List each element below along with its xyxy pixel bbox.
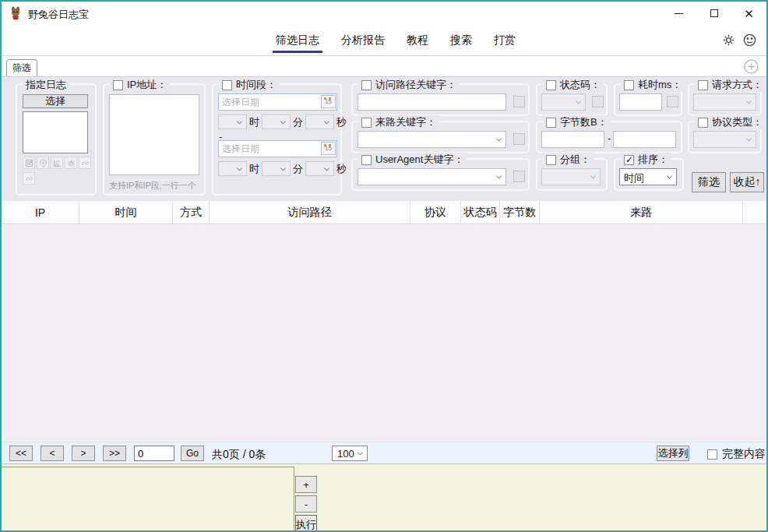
add-tab-icon[interactable] <box>743 58 759 75</box>
end-second-select[interactable] <box>305 161 334 176</box>
maximize-icon <box>710 9 718 17</box>
log-spider-icon[interactable] <box>65 157 77 169</box>
nav-tab-filter-logs[interactable]: 筛选日志 <box>276 25 319 55</box>
end-hour-select[interactable] <box>218 161 247 176</box>
log-form-icon[interactable] <box>23 157 35 169</box>
useragent-keyword-combo[interactable] <box>358 168 506 185</box>
last-page-button[interactable]: >> <box>103 446 126 461</box>
referer-keyword-label: 来路关键字： <box>375 115 436 129</box>
table-header: IP 时间 方式 访问路径 协议 状态码 字节数 来路 <box>2 201 766 224</box>
referer-keyword-checkbox[interactable] <box>361 118 372 128</box>
next-page-button[interactable]: > <box>72 446 95 461</box>
table-column-header[interactable]: 来路 <box>540 201 743 224</box>
prev-page-button[interactable]: < <box>41 446 64 461</box>
status-code-combo[interactable] <box>541 93 586 111</box>
collapse-button[interactable]: 收起↑ <box>730 172 764 192</box>
status-code-label: 状态码： <box>560 78 601 92</box>
console-plus-button[interactable]: + <box>295 476 317 493</box>
minimize-button[interactable] <box>661 2 696 25</box>
table-column-header[interactable]: 协议 <box>410 201 461 224</box>
console-execute-button[interactable]: 执行 <box>295 515 317 532</box>
table-body[interactable] <box>2 225 766 442</box>
log-link-icon[interactable] <box>79 157 91 169</box>
console-minus-button[interactable]: - <box>295 495 317 513</box>
log-list-box[interactable] <box>23 111 88 153</box>
end-calendar-icon[interactable]: 15 <box>321 142 336 155</box>
log-shield-plus-icon[interactable] <box>37 157 49 169</box>
useragent-keyword-option-button[interactable] <box>513 171 525 182</box>
grouping-combo[interactable] <box>541 168 601 185</box>
filter-tab[interactable]: 筛选 <box>6 59 37 77</box>
page-summary: 共0页 / 0条 <box>212 448 266 462</box>
grouping-checkbox[interactable] <box>546 155 556 165</box>
bytes-min-input[interactable] <box>541 131 604 148</box>
group-time-range: 时间段： 15 时 分 秒 - 15 时 分 <box>212 83 342 196</box>
app-window: 野兔谷日志宝 ✕ 筛选日志 分析报告 教程 搜索 打赏 筛选 <box>0 0 768 532</box>
page-size-select[interactable]: 100 <box>332 446 368 461</box>
elapsed-ms-option-button[interactable] <box>667 96 678 107</box>
status-code-checkbox[interactable] <box>546 80 556 90</box>
request-method-checkbox[interactable] <box>698 80 708 90</box>
nav-tab-analysis-report[interactable]: 分析报告 <box>341 25 385 55</box>
useragent-keyword-checkbox[interactable] <box>361 155 372 165</box>
table-column-header[interactable]: 字节数 <box>500 201 540 224</box>
log-chart-icon[interactable] <box>51 157 63 169</box>
elapsed-ms-checkbox[interactable] <box>624 80 634 90</box>
bytes-range-separator: - <box>608 132 611 144</box>
request-method-combo[interactable] <box>693 93 756 111</box>
log-link2-icon[interactable] <box>23 172 35 185</box>
start-date-input[interactable] <box>218 93 337 111</box>
status-code-option-button[interactable] <box>592 96 604 107</box>
close-button[interactable]: ✕ <box>731 2 766 25</box>
referer-keyword-option-button[interactable] <box>513 133 525 145</box>
table-column-header[interactable]: 访问路径 <box>210 201 410 224</box>
sort-combo[interactable]: 时间 <box>619 168 677 185</box>
maximize-button[interactable] <box>696 2 731 25</box>
page-number-input[interactable] <box>134 446 174 461</box>
select-columns-button[interactable]: 选择列 <box>657 446 689 461</box>
group-elapsed-ms: 耗时ms： <box>614 83 682 116</box>
path-keyword-input[interactable] <box>358 93 506 111</box>
path-keyword-option-button[interactable] <box>513 96 525 107</box>
nav-tab-search[interactable]: 搜索 <box>450 25 472 55</box>
protocol-type-checkbox[interactable] <box>698 118 708 128</box>
start-minute-select[interactable] <box>262 115 291 129</box>
end-date-input[interactable] <box>218 140 337 157</box>
full-content-checkbox[interactable] <box>707 449 717 460</box>
time-range-checkbox[interactable] <box>222 80 232 90</box>
filter-tab-strip: 筛选 <box>2 57 766 76</box>
sort-combo-value: 时间 <box>624 171 644 185</box>
smiley-face-icon[interactable] <box>742 33 757 48</box>
table-column-header[interactable]: 方式 <box>173 201 210 224</box>
referer-keyword-combo[interactable] <box>358 131 506 148</box>
start-calendar-icon[interactable]: 15 <box>321 95 336 108</box>
bytes-max-input[interactable] <box>613 131 676 148</box>
ip-address-checkbox[interactable] <box>113 80 123 90</box>
table-column-header[interactable]: 时间 <box>79 201 173 224</box>
chevron-down-icon <box>667 173 672 178</box>
path-keyword-checkbox[interactable] <box>361 80 372 90</box>
console-input-area[interactable] <box>2 467 294 531</box>
hour-label: 时 <box>249 115 259 129</box>
table-column-header[interactable]: 状态码 <box>461 201 500 224</box>
bytes-checkbox[interactable] <box>546 118 556 128</box>
table-column-header[interactable]: IP <box>2 201 79 224</box>
sort-checkbox[interactable] <box>624 155 634 165</box>
go-button[interactable]: Go <box>181 446 204 461</box>
end-minute-select[interactable] <box>262 161 291 176</box>
start-second-select[interactable] <box>305 115 334 129</box>
nav-items: 筛选日志 分析报告 教程 搜索 打赏 <box>276 25 516 55</box>
nav-tab-donate[interactable]: 打赏 <box>494 25 516 55</box>
chevron-down-icon <box>746 136 752 141</box>
settings-gear-icon[interactable] <box>721 33 736 48</box>
filter-button[interactable]: 筛选 <box>692 172 726 192</box>
start-hour-select[interactable] <box>218 115 247 129</box>
nav-tab-tutorial[interactable]: 教程 <box>407 25 428 55</box>
group-specify-log: 指定日志 选择 <box>16 83 97 196</box>
protocol-type-combo[interactable] <box>693 131 756 148</box>
elapsed-ms-input[interactable] <box>619 93 662 111</box>
group-bytes: 字节数B： - <box>536 121 682 153</box>
first-page-button[interactable]: << <box>9 446 33 461</box>
ip-address-textarea[interactable] <box>109 94 199 175</box>
select-log-button[interactable]: 选择 <box>23 94 88 108</box>
